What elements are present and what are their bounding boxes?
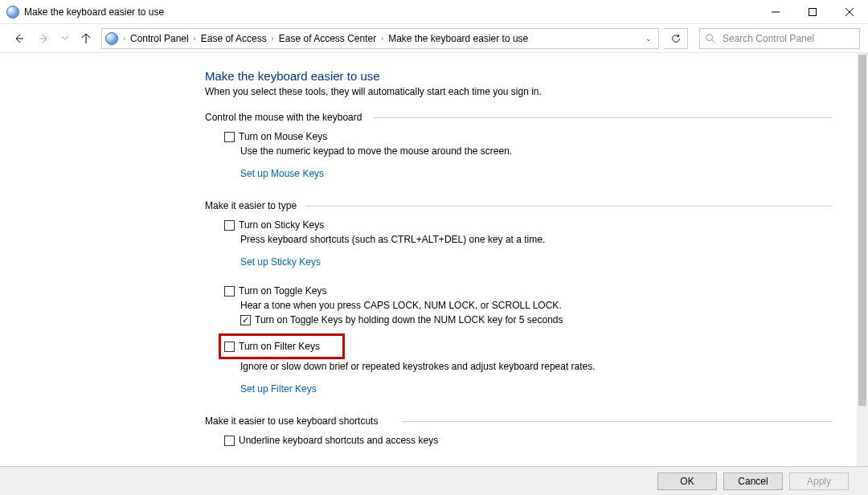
- label-toggle-keys: Turn on Toggle Keys: [239, 285, 326, 297]
- breadcrumb-item[interactable]: Make the keyboard easier to use: [387, 31, 530, 46]
- desc-toggle-keys: Hear a tone when you press CAPS LOCK, NU…: [240, 300, 690, 311]
- svg-rect-1: [809, 8, 817, 15]
- apply-button[interactable]: Apply: [789, 472, 849, 490]
- cancel-button[interactable]: Cancel: [723, 472, 783, 490]
- dialog-footer: OK Cancel Apply: [0, 466, 868, 495]
- recent-locations-dropdown[interactable]: [59, 36, 71, 40]
- svg-point-7: [706, 34, 713, 40]
- label-mouse-keys: Turn on Mouse Keys: [239, 131, 327, 142]
- highlight-filter-keys: Turn on Filter Keys: [219, 333, 345, 359]
- chevron-down-icon[interactable]: ⌄: [645, 35, 655, 43]
- link-setup-sticky-keys[interactable]: Set up Sticky Keys: [240, 256, 321, 268]
- label-sticky-keys: Turn on Sticky Keys: [239, 219, 324, 231]
- page-subtitle: When you select these tools, they will a…: [205, 86, 857, 97]
- chevron-right-icon[interactable]: ›: [121, 35, 127, 43]
- link-setup-mouse-keys[interactable]: Set up Mouse Keys: [240, 168, 324, 179]
- forward-button[interactable]: [34, 28, 55, 49]
- breadcrumb-item[interactable]: Control Panel: [129, 31, 190, 46]
- close-button[interactable]: [831, 0, 868, 24]
- window-controls: [757, 0, 868, 24]
- search-box[interactable]: [699, 28, 860, 49]
- section-label-type: Make it easier to type: [205, 200, 857, 211]
- checkbox-filter-keys[interactable]: [224, 342, 235, 352]
- label-underline-shortcuts: Underline keyboard shortcuts and access …: [239, 435, 438, 446]
- svg-line-8: [712, 39, 715, 43]
- search-input[interactable]: [721, 32, 854, 45]
- checkbox-mouse-keys[interactable]: [224, 132, 235, 142]
- page-title: Make the keyboard easier to use: [205, 69, 857, 83]
- link-setup-filter-keys[interactable]: Set up Filter Keys: [240, 383, 317, 395]
- label-toggle-numlock-hold: Turn on Toggle Keys by holding down the …: [255, 314, 563, 325]
- up-button[interactable]: [76, 28, 96, 49]
- chevron-right-icon[interactable]: ›: [270, 35, 276, 43]
- refresh-button[interactable]: [664, 28, 688, 49]
- minimize-button[interactable]: [757, 0, 794, 24]
- breadcrumb-item[interactable]: Ease of Access: [199, 31, 268, 46]
- search-icon: [705, 33, 716, 44]
- title-bar: Make the keyboard easier to use: [0, 0, 868, 24]
- chevron-right-icon[interactable]: ›: [379, 35, 385, 43]
- scroll-thumb[interactable]: [858, 55, 866, 406]
- breadcrumb[interactable]: › Control Panel › Ease of Access › Ease …: [101, 28, 659, 49]
- back-button[interactable]: [8, 28, 29, 49]
- content-area: Make the keyboard easier to use When you…: [0, 53, 868, 466]
- window-title: Make the keyboard easier to use: [24, 6, 164, 18]
- chevron-right-icon[interactable]: ›: [192, 35, 198, 43]
- checkbox-toggle-numlock-hold[interactable]: [240, 315, 251, 325]
- maximize-button[interactable]: [794, 0, 831, 24]
- checkbox-toggle-keys[interactable]: [224, 286, 235, 297]
- checkbox-underline-shortcuts[interactable]: [224, 436, 235, 446]
- control-panel-icon: [105, 32, 118, 45]
- desc-sticky-keys: Press keyboard shortcuts (such as CTRL+A…: [240, 234, 690, 245]
- section-label-mouse: Control the mouse with the keyboard: [205, 112, 857, 123]
- desc-filter-keys: Ignore or slow down brief or repeated ke…: [240, 361, 690, 372]
- checkbox-sticky-keys[interactable]: [224, 220, 235, 231]
- nav-bar: › Control Panel › Ease of Access › Ease …: [0, 24, 868, 53]
- vertical-scrollbar[interactable]: [857, 53, 868, 466]
- label-filter-keys: Turn on Filter Keys: [239, 341, 320, 352]
- section-label-shortcuts: Make it easier to use keyboard shortcuts: [205, 415, 857, 427]
- breadcrumb-item[interactable]: Ease of Access Center: [277, 31, 378, 46]
- app-icon: [6, 6, 19, 18]
- ok-button[interactable]: OK: [657, 472, 717, 490]
- desc-mouse-keys: Use the numeric keypad to move the mouse…: [240, 145, 690, 157]
